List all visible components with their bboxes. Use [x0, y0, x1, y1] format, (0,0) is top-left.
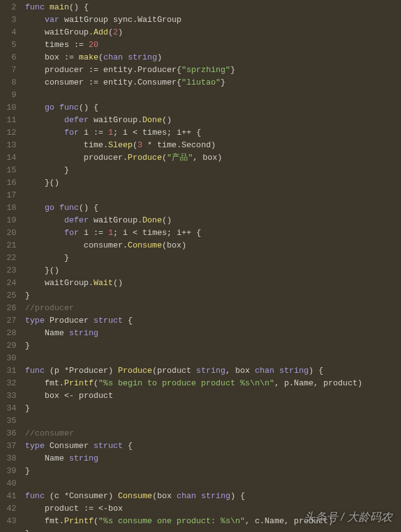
- token-punc: (): [113, 278, 123, 288]
- line-number: 2: [4, 1, 16, 14]
- token-punc: producer: [25, 65, 88, 75]
- line-number: 36: [4, 427, 16, 440]
- token-punc: }: [25, 253, 69, 263]
- token-punc: [55, 203, 60, 212]
- code-line: [25, 89, 401, 102]
- token-str: "%s consume one product: %s\n": [98, 516, 245, 526]
- watermark-text: 头条号 / 大龄码农: [304, 511, 392, 523]
- token-kw: defer: [64, 216, 88, 225]
- code-line: time.Sleep(3 * time.Second): [25, 139, 401, 152]
- token-punc: entity.Producer{: [98, 65, 182, 75]
- line-number: 3: [4, 14, 16, 26]
- token-punc: ) {: [231, 491, 245, 501]
- token-punc: ): [157, 53, 162, 62]
- token-fn: Add: [93, 28, 108, 37]
- code-line: //producer: [25, 302, 401, 315]
- token-punc: [25, 15, 44, 24]
- token-punc: [74, 53, 79, 62]
- token-punc: [103, 228, 108, 237]
- token-fn: Produce: [128, 153, 162, 162]
- token-punc: (: [93, 516, 98, 526]
- token-punc: waitGroup.: [25, 278, 93, 288]
- code-line: consumer := entity.Consumer{"liutao"}: [25, 76, 401, 89]
- token-kw: string: [279, 366, 309, 375]
- line-number: 25: [4, 289, 16, 302]
- line-number: 31: [4, 365, 16, 377]
- token-punc: {: [191, 128, 201, 137]
- token-punc: (: [93, 378, 98, 388]
- token-punc: product: [74, 391, 113, 400]
- token-punc: (): [162, 115, 172, 125]
- token-kw: string: [196, 366, 226, 375]
- token-punc: () {: [69, 3, 88, 12]
- line-number: 22: [4, 252, 16, 264]
- code-line: Name string: [25, 452, 401, 465]
- line-number: 13: [4, 139, 16, 152]
- token-punc: [93, 504, 98, 513]
- token-kw: string: [69, 454, 98, 463]
- token-punc: (box: [152, 491, 177, 501]
- code-content[interactable]: func main() { var waitGroup sync.WaitGro…: [23, 0, 401, 532]
- line-number: 9: [4, 89, 16, 102]
- token-punc: , box: [226, 366, 255, 375]
- token-punc: entity.Consumer{: [98, 78, 182, 87]
- token-punc: [196, 491, 201, 501]
- token-kw: var: [44, 15, 59, 24]
- token-op: :=: [93, 128, 103, 137]
- token-punc: times: [25, 40, 74, 50]
- token-fn: Consume: [118, 491, 152, 501]
- token-punc: box: [25, 391, 64, 400]
- token-punc: [25, 128, 64, 137]
- code-line: go func() {: [25, 202, 401, 214]
- token-op: ++: [182, 228, 192, 237]
- token-punc: [25, 103, 44, 112]
- token-op: :=: [84, 504, 94, 513]
- token-op: ++: [182, 128, 192, 137]
- code-line: waitGroup.Add(2): [25, 26, 401, 39]
- line-number: 8: [4, 76, 16, 89]
- token-kw: func: [60, 103, 79, 112]
- token-op: <-: [98, 504, 108, 513]
- token-punc: Producer: [44, 316, 93, 325]
- token-punc: {: [123, 441, 133, 451]
- token-kw: struct: [93, 316, 123, 325]
- code-line: }: [25, 252, 401, 264]
- code-line: func (p *Producer) Produce(product strin…: [25, 365, 401, 377]
- token-punc: consumer.: [25, 241, 128, 250]
- token-kw: defer: [64, 115, 88, 125]
- token-punc: Name: [25, 328, 69, 338]
- token-punc: waitGroup sync.WaitGroup: [60, 15, 182, 24]
- token-fn: Consume: [128, 241, 162, 250]
- token-op: :=: [88, 78, 98, 87]
- token-punc: }: [25, 529, 30, 532]
- token-punc: (: [98, 53, 103, 62]
- token-punc: time.: [25, 140, 108, 150]
- token-str: "产品": [167, 153, 193, 162]
- token-punc: }: [25, 341, 30, 350]
- token-fn: Done: [142, 115, 162, 125]
- code-line: [25, 189, 401, 202]
- token-kw: type: [25, 316, 44, 325]
- token-punc: ) {: [309, 366, 323, 375]
- token-punc: }(): [25, 178, 60, 187]
- line-number: 20: [4, 227, 16, 239]
- token-punc: Consumer): [69, 491, 118, 501]
- token-punc: }: [25, 291, 30, 300]
- token-fn: main: [49, 3, 69, 12]
- line-number: 35: [4, 415, 16, 427]
- token-punc: () {: [79, 203, 98, 212]
- line-number: 41: [4, 490, 16, 503]
- token-punc: ): [118, 28, 123, 37]
- token-kw: string: [128, 53, 157, 62]
- token-punc: [25, 203, 44, 212]
- token-kw: for: [64, 128, 78, 137]
- code-line: Name string: [25, 327, 401, 340]
- token-punc: ; i: [113, 128, 132, 137]
- token-punc: ; i: [113, 228, 132, 237]
- code-line: defer waitGroup.Done(): [25, 114, 401, 127]
- token-punc: consumer: [25, 78, 88, 87]
- token-punc: }: [25, 466, 30, 476]
- code-line: waitGroup.Wait(): [25, 277, 401, 289]
- code-line: [25, 352, 401, 365]
- token-kw: struct: [93, 441, 123, 451]
